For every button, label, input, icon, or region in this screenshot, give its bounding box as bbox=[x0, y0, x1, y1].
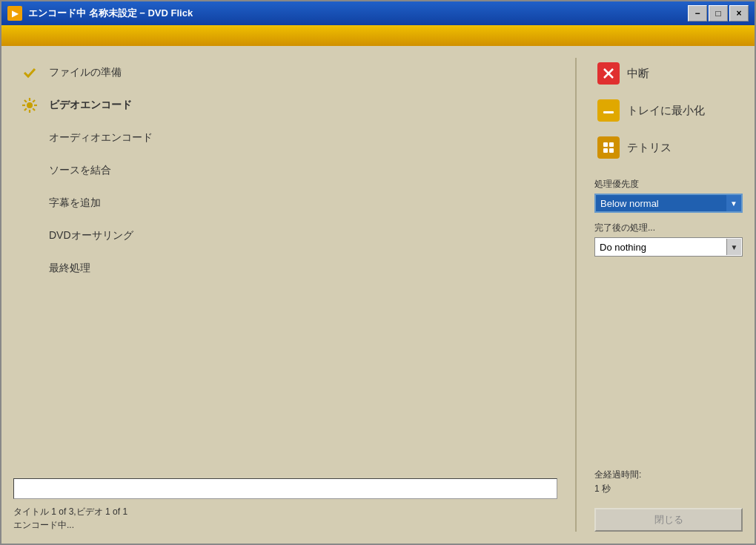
priority-dropdown-container: Below normal Idle Normal Above normal Hi… bbox=[594, 194, 743, 213]
step-final-icon bbox=[19, 258, 40, 279]
status-line1: タイトル 1 of 3,ビデオ 1 of 1 bbox=[13, 505, 557, 518]
settings-section: 処理優先度 Below normal Idle Normal Above nor… bbox=[594, 178, 743, 265]
window-title: エンコード中 名称未設定 − DVD Flick bbox=[28, 7, 688, 20]
title-bar: ▶ エンコード中 名称未設定 − DVD Flick − □ × bbox=[1, 1, 755, 25]
after-dropdown-container: Do nothing Shutdown Hibernate Standby ▼ bbox=[594, 237, 743, 257]
step-prepare-icon bbox=[19, 62, 40, 83]
after-label: 完了後の処理... bbox=[594, 222, 743, 234]
right-panel: 中断 トレイに最小化 bbox=[594, 58, 743, 532]
step-video-encode-icon bbox=[19, 95, 40, 116]
step-subtitle: 字幕を追加 bbox=[13, 188, 557, 218]
step-prepare: ファイルの準備 bbox=[13, 58, 557, 87]
elapsed-title: 全経過時間: bbox=[594, 469, 641, 480]
svg-point-0 bbox=[27, 102, 33, 108]
gold-bar bbox=[1, 25, 755, 46]
step-audio-encode-label: オーディオエンコード bbox=[49, 131, 153, 145]
step-prepare-label: ファイルの準備 bbox=[49, 66, 122, 79]
tetris-icon bbox=[597, 136, 620, 159]
tetris-label: テトリス bbox=[627, 141, 672, 155]
step-subtitle-label: 字幕を追加 bbox=[49, 196, 101, 210]
elapsed-section: 全経過時間: 1 秒 bbox=[594, 468, 743, 496]
svg-rect-13 bbox=[609, 142, 614, 147]
svg-line-7 bbox=[24, 108, 27, 110]
step-video-encode-label: ビデオエンコード bbox=[49, 99, 132, 112]
abort-label: 中断 bbox=[627, 67, 649, 81]
step-video-encode: ビデオエンコード bbox=[13, 90, 557, 120]
step-final-label: 最終処理 bbox=[49, 262, 90, 275]
app-icon: ▶ bbox=[7, 6, 22, 21]
close-button-titlebar[interactable]: × bbox=[729, 5, 749, 22]
restore-button[interactable]: □ bbox=[709, 5, 728, 22]
step-source-merge-icon bbox=[19, 160, 40, 181]
svg-line-5 bbox=[24, 100, 27, 102]
step-source-merge: ソースを結合 bbox=[13, 156, 557, 185]
after-dropdown[interactable]: Do nothing Shutdown Hibernate Standby bbox=[594, 237, 743, 257]
step-dvd-author-label: DVDオーサリング bbox=[49, 229, 133, 242]
minimize-button[interactable]: − bbox=[688, 5, 707, 22]
minimize-tray-icon bbox=[597, 99, 620, 122]
priority-dropdown[interactable]: Below normal Idle Normal Above normal Hi… bbox=[594, 194, 743, 213]
progress-section: タイトル 1 of 3,ビデオ 1 of 1 エンコード中... bbox=[13, 466, 557, 532]
content-area: ファイルの準備 bbox=[1, 46, 755, 544]
tetris-button[interactable]: テトリス bbox=[594, 132, 743, 163]
step-audio-encode: オーディオエンコード bbox=[13, 123, 557, 153]
left-panel: ファイルの準備 bbox=[13, 58, 557, 532]
window-controls: − □ × bbox=[688, 5, 749, 22]
step-subtitle-icon bbox=[19, 193, 40, 214]
step-audio-encode-icon bbox=[19, 128, 40, 148]
status-line2: エンコード中... bbox=[13, 518, 557, 532]
svg-rect-11 bbox=[603, 111, 614, 113]
elapsed-value: 1 秒 bbox=[594, 483, 611, 494]
step-dvd-author: DVDオーサリング bbox=[13, 221, 557, 251]
svg-rect-12 bbox=[603, 142, 608, 147]
progress-bar-container bbox=[13, 478, 557, 499]
svg-line-6 bbox=[33, 108, 35, 110]
abort-icon bbox=[597, 62, 620, 85]
svg-rect-15 bbox=[609, 148, 614, 153]
close-button[interactable]: 閉じる bbox=[594, 508, 743, 532]
step-source-merge-label: ソースを結合 bbox=[49, 164, 111, 177]
minimize-tray-button[interactable]: トレイに最小化 bbox=[594, 95, 743, 126]
panel-divider bbox=[575, 58, 577, 532]
minimize-tray-label: トレイに最小化 bbox=[627, 104, 705, 118]
step-final: 最終処理 bbox=[13, 254, 557, 283]
abort-button[interactable]: 中断 bbox=[594, 58, 743, 89]
priority-label: 処理優先度 bbox=[594, 178, 743, 191]
status-text: タイトル 1 of 3,ビデオ 1 of 1 エンコード中... bbox=[13, 505, 557, 532]
svg-line-8 bbox=[33, 100, 35, 102]
main-window: ▶ エンコード中 名称未設定 − DVD Flick − □ × ファイルの準備 bbox=[0, 0, 756, 545]
step-dvd-author-icon bbox=[19, 225, 40, 246]
elapsed-label: 全経過時間: 1 秒 bbox=[594, 468, 743, 496]
svg-rect-14 bbox=[603, 148, 608, 153]
